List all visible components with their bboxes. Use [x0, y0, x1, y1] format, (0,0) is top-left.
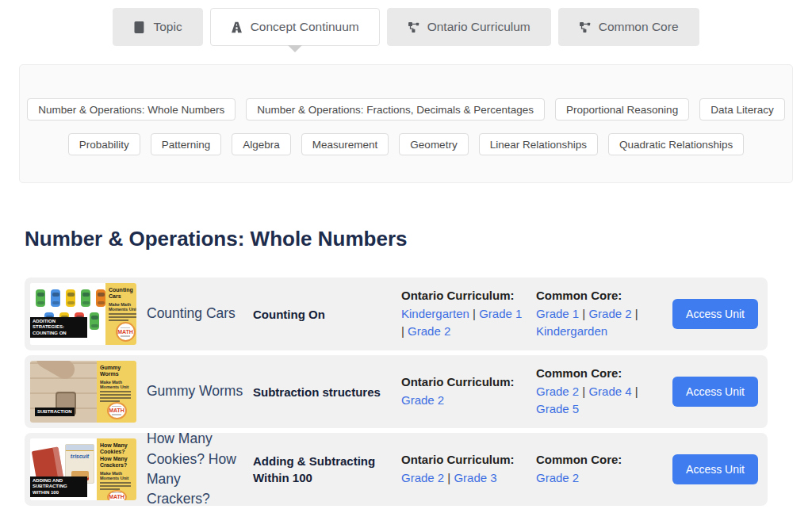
common-core-grade-links: Grade 2 [536, 469, 671, 487]
ontario-curriculum-label: Ontario Curriculum: [401, 375, 527, 388]
grade-link[interactable]: Grade 2 [408, 324, 450, 338]
unit-row-gummy-worms: SUBTRACTION Gummy Worms Make Math Moment… [25, 355, 768, 428]
thumbnail-panel-title: How Many Cookies? How Many Crackers? [100, 442, 133, 469]
common-core-block: Common Core: Grade 2 | Grade 4 | Grade 5 [536, 366, 671, 418]
access-unit-button[interactable]: Access Unit [672, 299, 758, 329]
thumbnail-panel: Counting Cars Make Math Moments Unit MAT… [105, 283, 136, 345]
tab-concept-continuum[interactable]: Concept Continuum [210, 8, 380, 46]
thumbnail-art: triscuit ADDING AND SUBTRACTING WITHIN 1… [30, 438, 97, 500]
access-unit-button[interactable]: Access Unit [672, 377, 758, 407]
common-core-grade-links: Grade 1 | Grade 2 | Kindergarden [536, 305, 671, 340]
ontario-grade-links: Grade 2 [401, 392, 527, 409]
car-icon [66, 289, 75, 307]
grade-link[interactable]: Grade 1 [479, 307, 522, 320]
filter-chip-proportional-reasoning[interactable]: Proportional Reasoning [555, 98, 689, 121]
filter-chip-row: Number & Operations: Whole Numbers Numbe… [20, 98, 792, 121]
grade-link[interactable]: Grade 3 [454, 471, 496, 484]
filter-chip-algebra[interactable]: Algebra [232, 133, 291, 155]
tab-label: Ontario Curriculum [427, 20, 530, 34]
grade-link[interactable]: Grade 1 [536, 307, 579, 320]
concept-filter-panel: Number & Operations: Whole Numbers Numbe… [19, 64, 793, 183]
ontario-curriculum-block: Ontario Curriculum: Grade 2 | Grade 3 [401, 453, 527, 487]
filter-chip-geometry[interactable]: Geometry [399, 133, 468, 155]
thumbnail-panel-subtitle: Make Math Moments Unit [109, 302, 136, 312]
thumbnail-description-lines [100, 480, 133, 490]
unit-thumbnail[interactable]: triscuit ADDING AND SUBTRACTING WITHIN 1… [30, 438, 136, 500]
thumbnail-description-lines [109, 312, 136, 321]
view-tabs: Topic Concept Continuum Ontario Curricul… [0, 8, 812, 46]
car-icon [36, 289, 45, 307]
road-icon [231, 21, 243, 33]
tab-topic[interactable]: Topic [113, 8, 202, 46]
unit-title: Gummy Worms [147, 381, 243, 401]
concept-name: Adding & Subtracting Within 100 [253, 453, 392, 486]
math-moments-logo: MATH [116, 322, 136, 342]
car-icon [96, 289, 105, 307]
common-core-grade-links: Grade 2 | Grade 4 | Grade 5 [536, 383, 671, 418]
grade-link[interactable]: Kindergarden [536, 324, 607, 338]
unit-thumbnail[interactable]: SUBTRACTION Gummy Worms Make Math Moment… [30, 361, 136, 423]
hand-photo-shape [33, 361, 78, 382]
ontario-curriculum-block: Ontario Curriculum: Grade 2 [401, 375, 527, 409]
ontario-grade-links: Kindergarten | Grade 1 | Grade 2 [401, 305, 527, 340]
common-core-label: Common Core: [536, 289, 671, 302]
access-unit-button[interactable]: Access Unit [672, 454, 758, 484]
tab-common-core[interactable]: Common Core [558, 8, 699, 46]
section-title: Number & Operations: Whole Numbers [25, 227, 812, 251]
filter-chip-data-literacy[interactable]: Data Literacy [699, 98, 785, 121]
concept-name: Subtraction structures [253, 384, 392, 400]
grade-link[interactable]: Grade 5 [536, 402, 579, 415]
thumbnail-description-lines [100, 389, 133, 402]
ontario-curriculum-block: Ontario Curriculum: Kindergarten | Grade… [401, 289, 527, 340]
common-core-block: Common Core: Grade 2 [536, 453, 671, 487]
grade-link[interactable]: Grade 2 [536, 471, 579, 484]
tab-ontario-curriculum[interactable]: Ontario Curriculum [387, 8, 551, 46]
tab-label: Concept Continuum [251, 20, 359, 34]
unit-title: Counting Cars [147, 304, 243, 323]
ontario-grade-links: Grade 2 | Grade 3 [401, 469, 527, 487]
math-moments-logo: MATH [107, 402, 127, 419]
grade-link[interactable]: Grade 2 [401, 393, 444, 407]
filter-chip-row: Probability Patterning Algebra Measureme… [20, 133, 792, 155]
unit-title: How Many Cookies? How Many Crackers? [147, 429, 243, 509]
triscuit-label: triscuit [66, 454, 94, 459]
thumbnail-banner: ADDITION STRATEGIES: COUNTING ON [30, 317, 87, 339]
thumbnail-art: SUBTRACTION [30, 361, 97, 423]
book-icon [133, 21, 145, 33]
thumbnail-panel-title: Counting Cars [109, 287, 136, 300]
unit-list: ADDITION STRATEGIES: COUNTING ON Countin… [25, 277, 768, 506]
sitemap-icon [579, 21, 591, 33]
active-tab-caret [288, 45, 302, 52]
filter-chip-fractions[interactable]: Number & Operations: Fractions, Decimals… [246, 98, 545, 121]
grade-link[interactable]: Grade 2 [588, 307, 631, 320]
tab-label: Common Core [599, 20, 679, 34]
common-core-label: Common Core: [536, 453, 671, 466]
math-moments-logo: MATH [107, 490, 127, 500]
common-core-block: Common Core: Grade 1 | Grade 2 | Kinderg… [536, 289, 671, 340]
filter-chip-patterning[interactable]: Patterning [151, 133, 222, 155]
thumbnail-panel: Gummy Worms Make Math Moments Unit MATH [97, 361, 136, 423]
filter-chip-quadratic-relationships[interactable]: Quadratic Relationships [608, 133, 744, 155]
grade-link[interactable]: Kindergarten [401, 307, 469, 320]
thumbnail-banner: SUBTRACTION [35, 408, 75, 417]
thumbnail-panel-subtitle: Make Math Moments Unit [100, 471, 133, 480]
common-core-label: Common Core: [536, 366, 671, 380]
car-icon [81, 289, 90, 307]
thumbnail-panel: How Many Cookies? How Many Crackers? Mak… [97, 438, 136, 500]
ontario-curriculum-label: Ontario Curriculum: [401, 289, 527, 302]
unit-thumbnail[interactable]: ADDITION STRATEGIES: COUNTING ON Countin… [30, 283, 136, 345]
grade-link[interactable]: Grade 2 [401, 471, 444, 484]
grade-link[interactable]: Grade 2 [536, 385, 579, 398]
filter-chip-measurement[interactable]: Measurement [301, 133, 389, 155]
thumbnail-art: ADDITION STRATEGIES: COUNTING ON [30, 283, 105, 345]
grade-link[interactable]: Grade 4 [588, 385, 631, 398]
ontario-curriculum-label: Ontario Curriculum: [401, 453, 527, 466]
unit-row-counting-cars: ADDITION STRATEGIES: COUNTING ON Countin… [25, 277, 768, 350]
car-icon [51, 289, 60, 307]
filter-chip-linear-relationships[interactable]: Linear Relationships [479, 133, 598, 155]
filter-chip-whole-numbers[interactable]: Number & Operations: Whole Numbers [27, 98, 236, 121]
filter-chip-probability[interactable]: Probability [68, 133, 140, 155]
sitemap-icon [408, 21, 419, 33]
concept-name: Counting On [253, 306, 392, 323]
thumbnail-panel-subtitle: Make Math Moments Unit [100, 380, 133, 389]
